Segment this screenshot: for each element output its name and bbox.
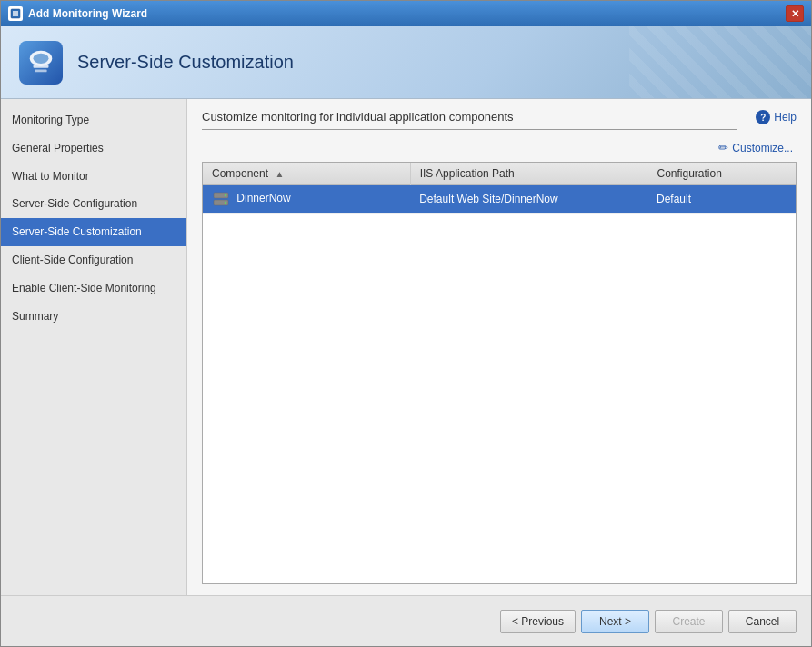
sidebar-item-what-to-monitor[interactable]: What to Monitor bbox=[1, 163, 186, 191]
wizard-window: Add Monitoring Wizard ✕ Server-Side Cust… bbox=[0, 0, 812, 647]
previous-button[interactable]: < Previous bbox=[500, 610, 576, 633]
sidebar: Monitoring Type General Properties What … bbox=[1, 99, 187, 595]
close-button[interactable]: ✕ bbox=[786, 5, 804, 22]
table-row[interactable]: DinnerNow Default Web Site/DinnerNow Def… bbox=[203, 185, 796, 214]
customize-button[interactable]: ✏ Customize... bbox=[715, 139, 797, 156]
footer: < Previous Next > Create Cancel bbox=[1, 595, 811, 646]
main-area: Monitoring Type General Properties What … bbox=[1, 99, 811, 595]
customize-label: Customize... bbox=[732, 142, 793, 154]
header-banner: Server-Side Customization bbox=[1, 26, 811, 99]
help-label: Help bbox=[774, 111, 797, 124]
components-table: Component ▲ IIS Application Path Configu… bbox=[203, 163, 796, 214]
svg-point-9 bbox=[225, 202, 226, 204]
server-icon bbox=[212, 190, 230, 208]
sort-arrow-icon: ▲ bbox=[275, 169, 284, 179]
col-component[interactable]: Component ▲ bbox=[203, 163, 410, 185]
sidebar-item-enable-client-side-monitoring[interactable]: Enable Client-Side Monitoring bbox=[1, 274, 186, 303]
content-title: Customize monitoring for individual appl… bbox=[202, 110, 737, 130]
content-header: Customize monitoring for individual appl… bbox=[202, 110, 797, 130]
cell-configuration: Default bbox=[647, 185, 796, 214]
sidebar-item-summary[interactable]: Summary bbox=[1, 303, 186, 331]
cell-iis-path: Default Web Site/DinnerNow bbox=[410, 185, 647, 214]
sidebar-item-server-side-configuration[interactable]: Server-Side Configuration bbox=[1, 190, 186, 218]
table-container: Component ▲ IIS Application Path Configu… bbox=[202, 162, 797, 584]
cancel-button[interactable]: Cancel bbox=[728, 610, 797, 633]
col-configuration[interactable]: Configuration bbox=[647, 163, 796, 185]
col-iis-path[interactable]: IIS Application Path bbox=[410, 163, 647, 185]
pencil-icon: ✏ bbox=[718, 141, 728, 154]
svg-point-3 bbox=[34, 53, 49, 63]
cell-component: DinnerNow bbox=[203, 185, 410, 214]
sidebar-item-monitoring-type[interactable]: Monitoring Type bbox=[1, 106, 186, 134]
table-header-row: Component ▲ IIS Application Path Configu… bbox=[203, 163, 796, 185]
sidebar-item-general-properties[interactable]: General Properties bbox=[1, 134, 186, 163]
svg-rect-4 bbox=[34, 65, 49, 67]
customize-bar: ✏ Customize... bbox=[202, 139, 797, 156]
component-name: DinnerNow bbox=[236, 192, 290, 204]
title-bar-label: Add Monitoring Wizard bbox=[28, 7, 147, 20]
help-link[interactable]: ? Help bbox=[756, 110, 797, 124]
content-panel: Customize monitoring for individual appl… bbox=[187, 99, 811, 595]
help-icon: ? bbox=[756, 110, 770, 124]
next-button[interactable]: Next > bbox=[581, 610, 649, 633]
create-button[interactable]: Create bbox=[655, 610, 723, 633]
window-icon bbox=[8, 6, 23, 21]
title-bar: Add Monitoring Wizard ✕ bbox=[1, 1, 811, 26]
header-title: Server-Side Customization bbox=[77, 52, 294, 73]
sidebar-item-server-side-customization[interactable]: Server-Side Customization bbox=[1, 218, 186, 246]
sidebar-item-client-side-configuration[interactable]: Client-Side Configuration bbox=[1, 246, 186, 274]
svg-rect-1 bbox=[13, 11, 18, 16]
header-icon bbox=[19, 41, 63, 85]
svg-rect-5 bbox=[35, 69, 46, 72]
svg-point-8 bbox=[225, 194, 226, 196]
